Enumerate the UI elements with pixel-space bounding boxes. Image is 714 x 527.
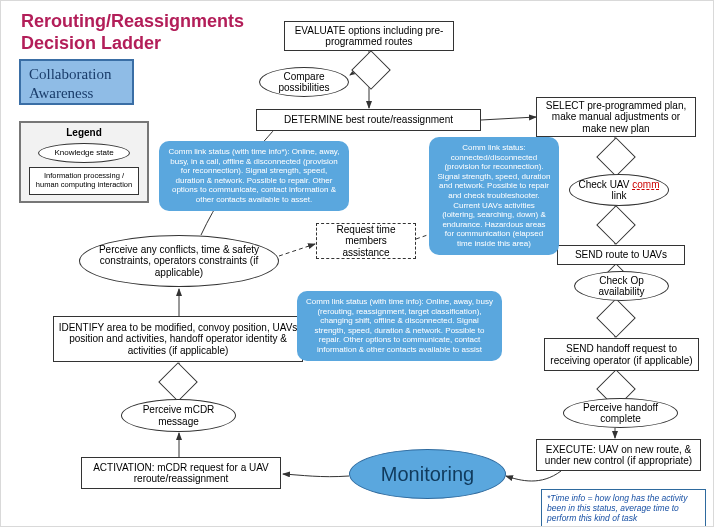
diagram-canvas: Rerouting/Reassignments Decision Ladder … bbox=[0, 0, 714, 527]
diamond-select bbox=[596, 137, 636, 177]
node-send-route: SEND route to UAVs bbox=[557, 245, 685, 265]
node-perceive-conflicts: Perceive any conflicts, time & safety co… bbox=[79, 235, 279, 287]
node-check-comm: Check UAV comm link bbox=[569, 174, 669, 206]
title-line-1: Rerouting/Reassignments bbox=[21, 11, 244, 31]
diamond-identify bbox=[158, 362, 198, 402]
node-select: SELECT pre-programmed plan, make manual … bbox=[536, 97, 696, 137]
legend-box: Legend Knowledge state Information proce… bbox=[19, 121, 149, 203]
bubble-comm-uav: Comm link status: connected/disconnected… bbox=[429, 137, 559, 255]
svg-line-16 bbox=[279, 244, 315, 256]
node-determine: DETERMINE best route/reassignment bbox=[256, 109, 481, 131]
diagram-title: Rerouting/Reassignments Decision Ladder bbox=[21, 11, 244, 54]
node-execute: EXECUTE: UAV on new route, & under new c… bbox=[536, 439, 701, 471]
node-activation: ACTIVATION: mCDR request for a UAV rerou… bbox=[81, 457, 281, 489]
node-check-op: Check Op availability bbox=[574, 271, 669, 301]
bubble-comm-asset: Comm link status (with time info*): Onli… bbox=[159, 141, 349, 211]
node-identify: IDENTIFY area to be modified, convoy pos… bbox=[53, 316, 303, 362]
collaboration-awareness-box: Collaboration Awareness bbox=[19, 59, 134, 105]
footnote-time-info: *Time info = how long has the activity b… bbox=[541, 489, 706, 527]
node-compare: Compare possibilities bbox=[259, 67, 349, 97]
legend-title: Legend bbox=[21, 127, 147, 138]
node-perceive-mcdr: Perceive mCDR message bbox=[121, 399, 236, 432]
bubble-comm-operator: Comm link status (with time info): Onlin… bbox=[297, 291, 502, 361]
collab-line-1: Collaboration bbox=[29, 66, 112, 82]
collab-line-2: Awareness bbox=[29, 85, 93, 101]
node-evaluate: EVALUATE options including pre-programme… bbox=[284, 21, 454, 51]
node-monitoring: Monitoring bbox=[349, 449, 506, 499]
comm-word: comm bbox=[632, 179, 659, 190]
diamond-evaluate bbox=[351, 50, 391, 90]
diamond-op bbox=[596, 298, 636, 338]
node-request-members: Request time members assistance bbox=[316, 223, 416, 259]
legend-processing: Information processing / human computing… bbox=[29, 167, 139, 195]
node-send-handoff: SEND handoff request to receiving operat… bbox=[544, 338, 699, 371]
node-perceive-handoff: Perceive handoff complete bbox=[563, 398, 678, 428]
title-line-2: Decision Ladder bbox=[21, 33, 161, 53]
diamond-comm bbox=[596, 205, 636, 245]
legend-knowledge-state: Knowledge state bbox=[38, 143, 130, 163]
